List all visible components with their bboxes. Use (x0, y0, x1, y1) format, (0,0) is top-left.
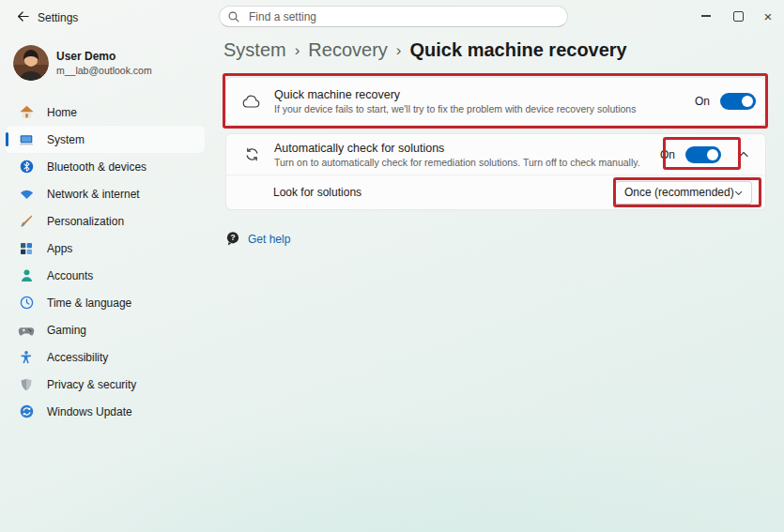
sidebar-item-label: Home (47, 106, 77, 119)
avatar[interactable] (13, 45, 49, 81)
maximize-button[interactable] (726, 6, 750, 26)
quick-recovery-toggle-state: On (695, 95, 710, 108)
quick-recovery-toggle[interactable] (720, 93, 756, 110)
sidebar-item-label: Accounts (47, 269, 93, 282)
get-help-row: ? Get help (225, 231, 290, 247)
back-button[interactable] (13, 8, 32, 27)
minimize-button[interactable] (694, 6, 718, 26)
sidebar-item-label: Personalization (47, 215, 124, 228)
collapse-button[interactable] (733, 144, 754, 165)
auto-check-toggle-state: On (660, 148, 675, 161)
gaming-icon (18, 322, 35, 339)
sidebar-item-label: Apps (47, 242, 72, 255)
svg-text:?: ? (230, 233, 235, 242)
sidebar-item-home[interactable]: Home (6, 99, 205, 126)
bluetooth-icon (18, 159, 35, 175)
breadcrumb-recovery[interactable]: Recovery (308, 39, 387, 61)
network-icon (18, 186, 35, 203)
sidebar-nav: Home System Bluetooth & devices Network … (6, 99, 205, 425)
look-for-solutions-row: Look for solutions Once (recommended) (226, 175, 765, 209)
sidebar-item-accounts[interactable]: Accounts (6, 262, 205, 289)
privacy-security-icon (18, 376, 35, 393)
sidebar-item-windows-update[interactable]: Windows Update (6, 398, 205, 425)
sidebar-item-label: Time & language (47, 296, 131, 310)
quick-machine-recovery-card: Quick machine recovery If your device fa… (225, 77, 766, 126)
home-icon (18, 104, 35, 121)
apps-icon (18, 240, 35, 257)
get-help-link[interactable]: Get help (248, 233, 290, 246)
sidebar-item-label: Bluetooth & devices (47, 160, 146, 174)
sidebar-item-label: System (47, 133, 85, 146)
toggle-knob (707, 149, 718, 160)
profile-email: m__lab@outlook.com (56, 65, 152, 76)
breadcrumb: System › Recovery › Quick machine recove… (223, 39, 627, 61)
breadcrumb-separator-icon: › (396, 40, 402, 60)
system-icon (18, 131, 35, 148)
sidebar-item-accessibility[interactable]: Accessibility (6, 343, 205, 371)
sidebar-item-personalization[interactable]: Personalization (6, 207, 205, 235)
maximize-icon (733, 11, 744, 22)
close-button[interactable]: × (756, 6, 780, 26)
quick-recovery-subtitle: If your device fails to start, we'll try… (274, 103, 695, 114)
auto-check-subtitle: Turn on to automatically check for remed… (274, 157, 660, 168)
time-language-icon (18, 295, 35, 312)
auto-check-row: Automatically check for solutions Turn o… (226, 134, 765, 175)
chevron-down-icon (734, 188, 743, 198)
sidebar-item-network-internet[interactable]: Network & internet (6, 180, 205, 207)
back-arrow-icon (16, 9, 30, 27)
look-for-solutions-dropdown[interactable]: Once (recommended) (615, 181, 752, 205)
windows-update-icon (18, 403, 35, 420)
settings-window: Settings × User Demo m__lab@outlook.com … (0, 0, 784, 532)
search-input[interactable] (247, 9, 560, 24)
sidebar-item-label: Gaming (47, 324, 86, 337)
look-for-solutions-label: Look for solutions (273, 186, 361, 199)
accessibility-icon (18, 349, 35, 366)
page-title: Quick machine recovery (410, 39, 627, 61)
sidebar-item-privacy-security[interactable]: Privacy & security (6, 371, 205, 398)
breadcrumb-separator-icon: › (295, 40, 300, 60)
sidebar-item-system[interactable]: System (6, 126, 205, 153)
minimize-icon (701, 15, 711, 16)
sidebar-item-label: Network & internet (47, 188, 140, 201)
sidebar-item-label: Privacy & security (47, 378, 136, 391)
sidebar-item-gaming[interactable]: Gaming (6, 316, 205, 343)
quick-recovery-title: Quick machine recovery (274, 88, 695, 101)
auto-check-title: Automatically check for solutions (274, 142, 660, 155)
toggle-knob (742, 96, 753, 107)
sidebar-item-time-language[interactable]: Time & language (6, 289, 205, 316)
search-box[interactable] (219, 6, 568, 27)
auto-check-card: Automatically check for solutions Turn o… (225, 133, 766, 210)
dropdown-selected-value: Once (recommended) (624, 186, 734, 199)
profile-name: User Demo (56, 50, 115, 63)
sidebar-item-label: Windows Update (47, 405, 132, 418)
personalization-icon (18, 213, 35, 230)
cloud-icon (240, 90, 263, 113)
get-help-icon: ? (225, 231, 240, 247)
close-icon: × (764, 9, 773, 23)
sync-icon (240, 144, 263, 166)
sidebar-item-label: Accessibility (47, 351, 108, 364)
sidebar-item-apps[interactable]: Apps (6, 235, 205, 262)
chevron-up-icon (738, 149, 749, 160)
search-icon (227, 10, 240, 23)
breadcrumb-system[interactable]: System (223, 39, 286, 61)
auto-check-toggle[interactable] (685, 146, 721, 163)
accounts-icon (18, 267, 35, 284)
sidebar-item-bluetooth-devices[interactable]: Bluetooth & devices (6, 153, 205, 180)
app-title: Settings (38, 11, 78, 24)
